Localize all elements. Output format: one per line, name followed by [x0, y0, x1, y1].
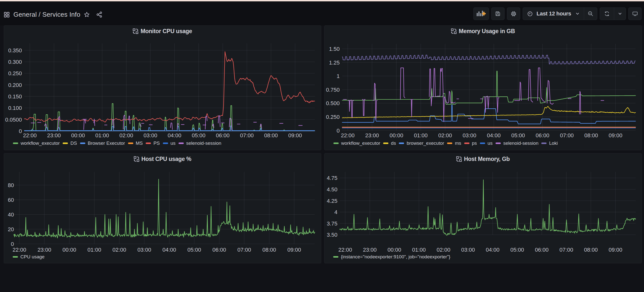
svg-text:03:00: 03:00 — [461, 247, 475, 253]
svg-text:00:00: 00:00 — [62, 247, 76, 253]
svg-text:22:00: 22:00 — [12, 247, 26, 253]
svg-text:1: 1 — [337, 73, 340, 79]
svg-text:02:00: 02:00 — [112, 247, 126, 253]
svg-text:22:00: 22:00 — [23, 132, 36, 138]
svg-text:0.750: 0.750 — [326, 87, 340, 93]
svg-text:02:00: 02:00 — [438, 132, 452, 138]
svg-text:06:00: 06:00 — [212, 247, 226, 253]
svg-text:0.250: 0.250 — [8, 70, 22, 76]
svg-text:04:00: 04:00 — [486, 247, 500, 253]
svg-text:05:00: 05:00 — [511, 132, 525, 138]
svg-text:00:00: 00:00 — [388, 247, 401, 253]
svg-text:09:00: 09:00 — [288, 247, 301, 253]
svg-text:04:00: 04:00 — [162, 247, 176, 253]
svg-text:0.250: 0.250 — [326, 114, 340, 120]
svg-text:09:00: 09:00 — [288, 132, 302, 138]
svg-text:1.25: 1.25 — [329, 60, 340, 66]
svg-text:00:00: 00:00 — [71, 132, 85, 138]
svg-text:03:00: 03:00 — [144, 132, 157, 138]
svg-text:03:00: 03:00 — [138, 247, 151, 253]
svg-text:4.50: 4.50 — [327, 186, 338, 193]
svg-text:0.0500: 0.0500 — [5, 117, 22, 123]
svg-text:1.50: 1.50 — [329, 46, 340, 52]
svg-text:08:00: 08:00 — [262, 247, 276, 253]
svg-text:07:00: 07:00 — [560, 247, 573, 253]
svg-text:0: 0 — [19, 128, 22, 134]
svg-text:23:00: 23:00 — [365, 132, 379, 138]
svg-text:06:00: 06:00 — [216, 132, 230, 138]
svg-text:3.50: 3.50 — [327, 232, 338, 238]
svg-text:0.500: 0.500 — [326, 100, 340, 106]
svg-text:07:00: 07:00 — [560, 132, 574, 138]
svg-text:3.75: 3.75 — [327, 220, 338, 227]
svg-text:20: 20 — [8, 226, 14, 232]
svg-text:05:00: 05:00 — [510, 247, 524, 253]
svg-text:01:00: 01:00 — [414, 132, 428, 138]
svg-text:02:00: 02:00 — [119, 132, 133, 138]
svg-text:0.150: 0.150 — [8, 93, 22, 100]
svg-text:04:00: 04:00 — [487, 132, 500, 138]
svg-text:23:00: 23:00 — [363, 247, 377, 253]
svg-text:22:00: 22:00 — [341, 132, 354, 138]
svg-text:40: 40 — [8, 212, 14, 218]
svg-text:07:00: 07:00 — [238, 247, 251, 253]
svg-text:22:00: 22:00 — [338, 247, 352, 253]
svg-text:60: 60 — [8, 197, 14, 203]
svg-text:04:00: 04:00 — [168, 132, 181, 138]
svg-text:05:00: 05:00 — [188, 247, 201, 253]
svg-text:05:00: 05:00 — [192, 132, 206, 138]
svg-text:01:00: 01:00 — [95, 132, 109, 138]
svg-text:03:00: 03:00 — [462, 132, 476, 138]
svg-text:0: 0 — [11, 241, 14, 247]
svg-text:08:00: 08:00 — [584, 247, 598, 253]
svg-text:06:00: 06:00 — [535, 247, 548, 253]
svg-text:4.25: 4.25 — [327, 198, 338, 204]
svg-text:80: 80 — [8, 182, 14, 188]
svg-text:01:00: 01:00 — [412, 247, 426, 253]
svg-text:0.100: 0.100 — [8, 105, 22, 111]
svg-text:07:00: 07:00 — [240, 132, 254, 138]
svg-text:01:00: 01:00 — [88, 247, 101, 253]
svg-text:09:00: 09:00 — [609, 132, 622, 138]
svg-text:08:00: 08:00 — [584, 132, 598, 138]
svg-text:00:00: 00:00 — [390, 132, 403, 138]
svg-text:23:00: 23:00 — [47, 132, 61, 138]
svg-text:0: 0 — [337, 127, 340, 134]
svg-text:08:00: 08:00 — [264, 132, 278, 138]
svg-text:0.300: 0.300 — [8, 59, 22, 65]
svg-text:23:00: 23:00 — [38, 247, 51, 253]
svg-text:09:00: 09:00 — [609, 247, 622, 253]
svg-text:0.200: 0.200 — [8, 82, 22, 88]
svg-text:02:00: 02:00 — [437, 247, 450, 253]
svg-text:4.75: 4.75 — [327, 175, 338, 181]
svg-text:4: 4 — [334, 209, 338, 215]
svg-text:0.350: 0.350 — [8, 47, 22, 54]
svg-text:06:00: 06:00 — [536, 132, 549, 138]
